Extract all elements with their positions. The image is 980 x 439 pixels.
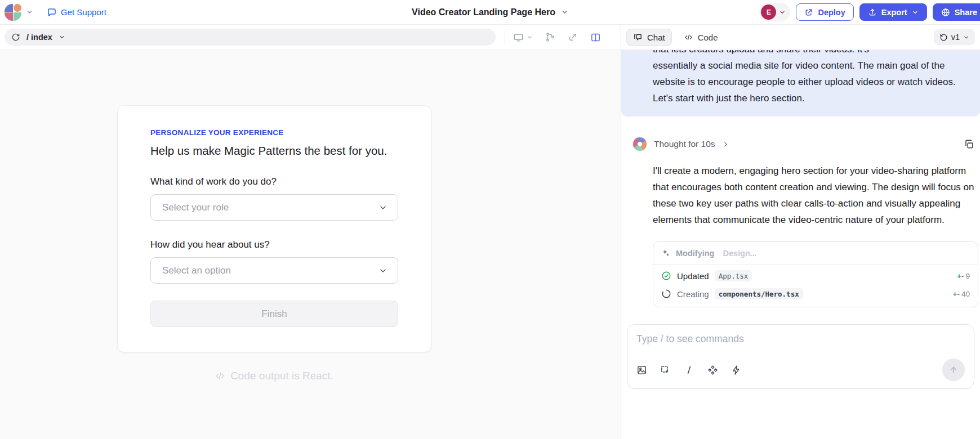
thought-toggle[interactable]: Thought for 10s xyxy=(632,137,975,151)
main-split: / index xyxy=(0,25,980,439)
tool-activity-card: Modifying Design... Updated App.tsx + - … xyxy=(653,241,978,307)
tool-row-updated: Updated App.tsx + - 9 xyxy=(653,265,978,286)
role-select-placeholder: Select your role xyxy=(162,202,229,213)
tool-status: Updated xyxy=(677,271,709,281)
slash-command-icon[interactable] xyxy=(684,365,694,375)
card-heading: Help us make Magic Patterns the best for… xyxy=(150,144,398,158)
export-label: Export xyxy=(881,8,907,17)
code-icon xyxy=(684,33,693,42)
get-support-link[interactable]: Get Support xyxy=(47,7,106,17)
question-hear-label: How did you hear about us? xyxy=(150,239,398,250)
magic-patterns-logo-icon xyxy=(5,4,21,21)
app-window: Get Support Video Creator Landing Page H… xyxy=(0,0,980,439)
topbar-actions: E Deploy Export xyxy=(759,3,980,21)
account-menu[interactable]: E xyxy=(759,3,790,21)
send-button[interactable] xyxy=(942,359,965,381)
check-circle-icon xyxy=(661,271,671,281)
chevron-down-icon xyxy=(527,34,533,41)
chevron-down-icon xyxy=(561,8,568,16)
chat-message-list[interactable]: that lets creators upload and share thei… xyxy=(621,50,980,439)
tool-card-header: Modifying Design... xyxy=(653,242,978,265)
role-select[interactable]: Select your role xyxy=(150,194,398,221)
hear-about-select[interactable]: Select an option xyxy=(150,257,398,284)
finish-button[interactable]: Finish xyxy=(150,301,398,327)
tool-row-creating: Creating components/Hero.tsx + - 40 xyxy=(653,286,978,307)
tab-code[interactable]: Code xyxy=(678,29,724,46)
diff-plus: + xyxy=(957,272,961,280)
version-selector[interactable]: v1 xyxy=(934,29,975,45)
attach-image-icon[interactable] xyxy=(636,365,647,375)
chat-composer xyxy=(627,324,974,389)
select-element-icon[interactable] xyxy=(660,365,671,375)
split-view-toggle[interactable] xyxy=(590,32,601,43)
spinner-icon xyxy=(661,289,671,299)
card-eyebrow: PERSONALIZE YOUR EXPERIENCE xyxy=(150,128,398,137)
device-size-menu[interactable] xyxy=(513,32,533,43)
export-button[interactable]: Export xyxy=(859,3,927,21)
file-name: components/Hero.tsx xyxy=(715,288,803,299)
framework-watermark: Code output is React. xyxy=(117,370,431,382)
external-link-icon xyxy=(804,8,813,17)
live-preview-canvas: PERSONALIZE YOUR EXPERIENCE Help us make… xyxy=(0,50,621,439)
user-message-clipped-line: that lets creators upload and share thei… xyxy=(653,50,963,57)
preview-pane: / index xyxy=(0,25,621,439)
sparkle-icon xyxy=(661,249,670,258)
tool-status: Creating xyxy=(677,289,709,299)
code-icon xyxy=(215,371,225,381)
assistant-avatar-icon xyxy=(632,137,647,151)
globe-icon xyxy=(941,8,950,17)
share-label: Share xyxy=(955,8,977,17)
diff-stats: + - 9 xyxy=(957,272,970,280)
tool-card-title: Modifying xyxy=(676,249,714,258)
user-message-bubble: that lets creators upload and share thei… xyxy=(621,50,980,117)
personalize-card: PERSONALIZE YOUR EXPERIENCE Help us make… xyxy=(117,105,431,352)
tool-card-title-rest: Design... xyxy=(723,249,756,258)
chevron-down-icon xyxy=(59,34,65,41)
zap-icon[interactable] xyxy=(731,365,742,375)
assistant-message: I'll create a modern, engaging hero sect… xyxy=(653,163,977,228)
diff-minus: - xyxy=(961,272,964,280)
preview-toolbar: / index xyxy=(0,25,621,50)
chevron-down-icon xyxy=(378,266,387,275)
tab-code-label: Code xyxy=(698,33,718,42)
chat-messages-icon xyxy=(633,33,643,42)
version-label: v1 xyxy=(951,33,960,42)
share-button[interactable]: Share xyxy=(933,3,980,21)
chat-bubble-icon xyxy=(47,7,57,17)
tab-chat-label: Chat xyxy=(647,33,665,42)
diff-count: 9 xyxy=(965,272,970,280)
component-tree-icon[interactable] xyxy=(545,32,555,42)
toolbar-divider xyxy=(505,30,505,44)
diff-minus: - xyxy=(957,290,960,298)
diff-count: 40 xyxy=(961,290,970,298)
file-name: App.tsx xyxy=(715,270,752,281)
chat-input[interactable] xyxy=(636,333,965,345)
deploy-label: Deploy xyxy=(818,8,845,17)
copy-message-button[interactable] xyxy=(964,139,974,150)
deploy-button[interactable]: Deploy xyxy=(796,3,853,21)
diff-stats: + - 40 xyxy=(953,290,970,298)
project-title-menu[interactable]: Video Creator Landing Page Hero xyxy=(412,7,568,17)
component-icon[interactable] xyxy=(707,365,718,375)
get-support-label: Get Support xyxy=(61,7,106,17)
chevron-down-icon xyxy=(912,9,919,16)
upload-icon xyxy=(868,8,877,17)
question-work-label: What kind of work do you do? xyxy=(150,176,398,187)
preview-toolbar-icons xyxy=(513,32,601,43)
history-icon xyxy=(939,33,948,42)
chevron-down-icon xyxy=(963,34,969,41)
workspace-menu[interactable] xyxy=(5,4,33,21)
hear-about-placeholder: Select an option xyxy=(162,265,231,276)
tab-chat[interactable]: Chat xyxy=(626,29,672,46)
chevron-down-icon xyxy=(378,203,387,212)
watermark-label: Code output is React. xyxy=(230,370,333,382)
user-message-last-line: Let's start with just the hero section. xyxy=(653,90,963,106)
top-bar: Get Support Video Creator Landing Page H… xyxy=(0,0,980,25)
chevron-down-icon xyxy=(26,8,33,16)
panel-header: Chat Code v1 xyxy=(621,25,980,50)
monitor-icon xyxy=(513,32,524,43)
route-selector[interactable]: / index xyxy=(5,29,496,46)
chevron-right-icon xyxy=(722,141,729,148)
refresh-icon[interactable] xyxy=(11,33,20,42)
open-in-new-tab-icon[interactable] xyxy=(568,32,578,42)
